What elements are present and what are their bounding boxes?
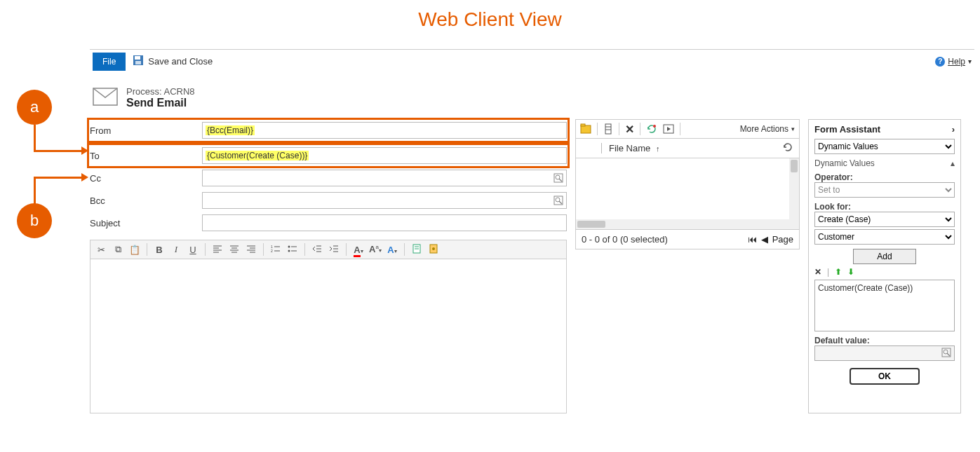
connector: [34, 150, 83, 152]
attachment-toolbar: ✕ More Actions ▾: [575, 119, 800, 139]
lookfor-label: Look for:: [814, 202, 955, 212]
separator: [147, 243, 147, 256]
callout-a: a: [17, 90, 52, 125]
editor-toolbar: ✂ ⧉ 📋 B I U 12: [90, 240, 567, 259]
lookup-icon[interactable]: [941, 348, 953, 359]
subject-field[interactable]: [202, 214, 567, 231]
bcc-field[interactable]: [202, 192, 567, 209]
refresh-process-icon[interactable]: [646, 123, 657, 135]
ok-button[interactable]: OK: [850, 368, 920, 385]
horizontal-scrollbar[interactable]: [576, 219, 789, 229]
page-heading: Web Client View: [0, 0, 980, 38]
indent-icon[interactable]: [328, 244, 340, 256]
cc-label: Cc: [90, 173, 202, 184]
page-label: Page: [772, 234, 793, 245]
new-attachment-icon[interactable]: [580, 123, 591, 135]
paste-icon[interactable]: 📋: [128, 245, 141, 255]
callout-b: b: [17, 203, 52, 238]
refresh-icon[interactable]: [782, 142, 793, 155]
chevron-right-icon[interactable]: ›: [952, 124, 955, 135]
numbered-list-icon[interactable]: 12: [269, 244, 282, 256]
prev-page-icon[interactable]: ◀: [761, 234, 768, 245]
separator: |: [827, 267, 829, 277]
svg-line-9: [559, 201, 562, 204]
email-form: From {Bcc(Email)} To {Customer(Create (C…: [90, 119, 567, 413]
svg-rect-1: [135, 56, 140, 60]
delete-icon[interactable]: ✕: [625, 123, 634, 136]
cut-icon[interactable]: ✂: [95, 245, 107, 255]
default-value-field[interactable]: [814, 345, 955, 361]
move-down-icon[interactable]: ⬇: [847, 267, 854, 277]
remove-icon[interactable]: ✕: [814, 267, 821, 277]
dynamic-values-list[interactable]: Customer(Create (Case)): [814, 280, 955, 331]
separator: [263, 243, 264, 256]
to-field[interactable]: {Customer(Create (Case))}: [202, 147, 567, 164]
insert-article-icon[interactable]: [427, 244, 440, 256]
form-header: Process: ACRN8 Send Email: [90, 74, 974, 119]
add-button[interactable]: Add: [853, 249, 916, 264]
lookfor-entity-select[interactable]: Create (Case): [814, 212, 955, 227]
grid-status-text: 0 - 0 of 0 (0 selected): [582, 234, 668, 245]
svg-point-46: [653, 125, 656, 128]
italic-button[interactable]: I: [170, 244, 182, 255]
more-actions-menu[interactable]: More Actions ▾: [740, 124, 795, 134]
from-label: From: [90, 125, 202, 136]
lookfor-attribute-select[interactable]: Customer: [814, 229, 955, 245]
lookup-icon[interactable]: [552, 194, 565, 207]
attachment-grid-body: [575, 158, 800, 230]
font-size-icon[interactable]: Aa▾: [369, 244, 382, 254]
align-left-icon[interactable]: [211, 244, 224, 256]
default-value-label: Default value:: [814, 336, 955, 345]
list-item[interactable]: Customer(Create (Case)): [818, 283, 951, 293]
to-label: To: [90, 151, 202, 161]
process-line: Process: ACRN8: [126, 86, 195, 97]
svg-text:2: 2: [271, 249, 273, 253]
save-and-close-button[interactable]: Save and Close: [133, 55, 213, 68]
bcc-label: Bcc: [90, 196, 202, 206]
align-right-icon[interactable]: [245, 244, 257, 256]
help-label: Help: [948, 57, 965, 67]
copy-icon[interactable]: ⧉: [112, 244, 124, 255]
top-toolbar: File Save and Close ? Help ▾: [90, 50, 974, 74]
underline-button[interactable]: U: [187, 245, 199, 255]
svg-point-26: [288, 245, 290, 247]
bold-button[interactable]: B: [153, 245, 166, 255]
font-color-icon[interactable]: A▾: [386, 245, 398, 255]
from-field[interactable]: {Bcc(Email)}: [202, 122, 567, 139]
cc-field[interactable]: [202, 170, 567, 186]
svg-rect-2: [135, 61, 141, 64]
save-and-close-label: Save and Close: [148, 56, 213, 67]
assistant-mode-select[interactable]: Dynamic Values: [814, 139, 955, 154]
align-center-icon[interactable]: [228, 244, 241, 256]
insert-template-icon[interactable]: [410, 244, 423, 256]
app-window: File Save and Close ? Help ▾ Process: AC…: [90, 49, 974, 445]
svg-rect-42: [581, 124, 585, 126]
outdent-icon[interactable]: [311, 244, 323, 256]
separator: [640, 123, 640, 135]
bulleted-list-icon[interactable]: [286, 244, 299, 256]
svg-line-6: [559, 179, 562, 182]
separator: [346, 243, 347, 256]
main-columns: From {Bcc(Email)} To {Customer(Create (C…: [90, 119, 974, 413]
operator-select[interactable]: Set to: [814, 182, 955, 198]
collapse-icon[interactable]: ▴: [951, 158, 955, 168]
filename-column-header[interactable]: File Name ↑: [601, 143, 659, 153]
separator: [619, 123, 619, 135]
first-page-icon[interactable]: ⏮: [748, 234, 757, 245]
save-icon: [133, 55, 144, 68]
chevron-down-icon: ▾: [968, 57, 972, 65]
vertical-scrollbar[interactable]: [789, 158, 799, 229]
svg-rect-43: [605, 124, 611, 134]
highlight-color-icon[interactable]: A▾: [352, 245, 365, 255]
bcc-row: Bcc: [90, 189, 567, 212]
attachment-grid-header: File Name ↑: [575, 139, 800, 158]
editor-body[interactable]: [90, 259, 567, 413]
svg-marker-48: [667, 127, 671, 131]
run-workflow-icon[interactable]: [663, 123, 674, 135]
help-menu[interactable]: ? Help ▾: [935, 57, 972, 67]
svg-point-28: [288, 249, 290, 252]
attachment-views-icon[interactable]: [603, 123, 613, 135]
file-menu-button[interactable]: File: [93, 53, 126, 71]
move-up-icon[interactable]: ⬆: [835, 267, 842, 277]
lookup-icon[interactable]: [552, 172, 565, 184]
